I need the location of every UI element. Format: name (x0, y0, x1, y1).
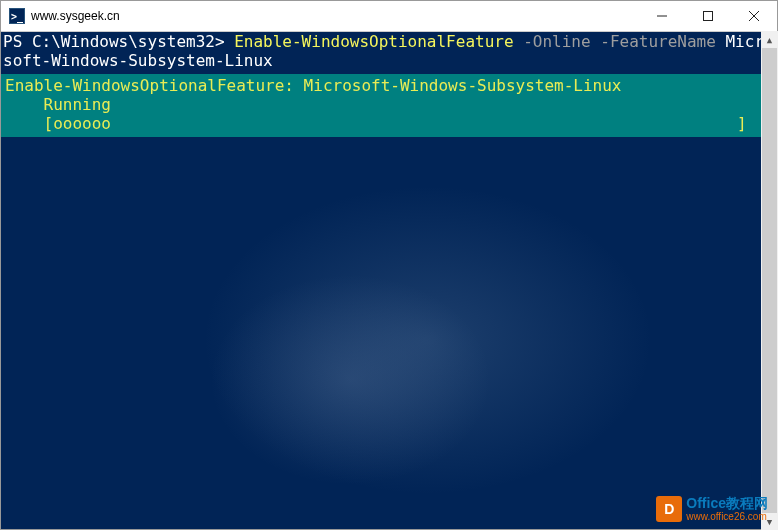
close-icon (749, 11, 759, 21)
progress-block: Enable-WindowsOptionalFeature: Microsoft… (1, 74, 777, 137)
watermark: D Office教程网 www.office26.com (656, 496, 768, 522)
window-controls (639, 1, 777, 31)
progress-bar: [oooooo ] (5, 114, 777, 133)
param-featurename: -FeatureName (600, 32, 725, 51)
prompt: PS C:\Windows\system32> (3, 32, 234, 51)
watermark-text-1: Office教程网 (686, 496, 768, 511)
command-line: PS C:\Windows\system32> Enable-WindowsOp… (1, 32, 777, 70)
maximize-icon (703, 11, 713, 21)
powershell-window: >_ www.sysgeek.cn PS C:\Windows\system32… (0, 0, 778, 530)
scroll-track[interactable] (761, 48, 778, 513)
minimize-button[interactable] (639, 1, 685, 31)
progress-status: Running (5, 95, 777, 114)
terminal-area[interactable]: PS C:\Windows\system32> Enable-WindowsOp… (1, 32, 777, 529)
maximize-button[interactable] (685, 1, 731, 31)
cmdlet: Enable-WindowsOptionalFeature (234, 32, 513, 51)
vertical-scrollbar[interactable]: ▲ ▼ (761, 31, 778, 530)
svg-rect-1 (704, 12, 713, 21)
close-button[interactable] (731, 1, 777, 31)
progress-header: Enable-WindowsOptionalFeature: Microsoft… (5, 76, 777, 95)
window-title: www.sysgeek.cn (25, 9, 639, 23)
param-online: -Online (514, 32, 601, 51)
powershell-icon: >_ (9, 8, 25, 24)
scroll-thumb[interactable] (762, 48, 777, 513)
watermark-text-2: www.office26.com (686, 511, 768, 522)
watermark-logo: D (656, 496, 682, 522)
scroll-up-button[interactable]: ▲ (761, 31, 778, 48)
titlebar[interactable]: >_ www.sysgeek.cn (1, 1, 777, 32)
minimize-icon (657, 11, 667, 21)
